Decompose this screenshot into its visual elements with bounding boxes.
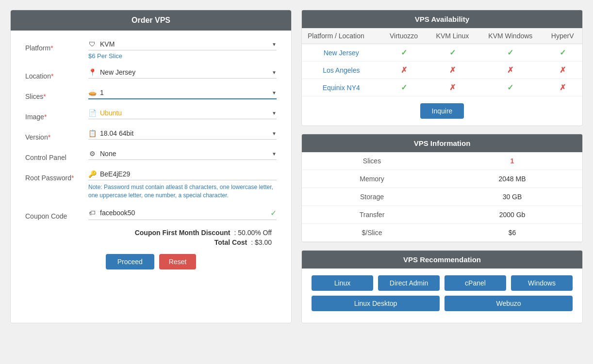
recommendation-header: VPS Recommendation bbox=[302, 251, 582, 269]
availability-cell: ✓ bbox=[381, 79, 427, 96]
availability-cell: ✗ bbox=[427, 62, 478, 79]
info-row: Memory2048 MB bbox=[302, 170, 582, 188]
info-row: Storage30 GB bbox=[302, 188, 582, 206]
reset-button[interactable]: Reset bbox=[159, 254, 197, 269]
rec-button[interactable]: Linux bbox=[312, 275, 373, 291]
availability-header: VPS Availability bbox=[302, 10, 582, 28]
platform-label: Platform* bbox=[25, 40, 88, 52]
rec-button[interactable]: Windows bbox=[511, 275, 573, 291]
availability-header-row: Platform / Location Virtuozzo KVM Linux … bbox=[302, 28, 582, 44]
inquire-button[interactable]: Inquire bbox=[420, 103, 464, 119]
discount-value: 50.00% Off bbox=[238, 229, 272, 237]
table-row: Los Angeles✗✗✗✗ bbox=[302, 62, 582, 79]
control-panel-label: Control Panel bbox=[25, 150, 88, 161]
platform-row: Platform* 🛡 KVM ▼ $6 Per Slice bbox=[25, 40, 277, 60]
total-line: Total Cost : $3.00 bbox=[25, 238, 272, 246]
form-buttons: Proceed Reset bbox=[25, 254, 277, 269]
coupon-row: Coupon Code 🏷 ✓ bbox=[25, 208, 277, 220]
info-body: Slices1Memory2048 MBStorage30 GBTransfer… bbox=[302, 152, 582, 242]
rec-row-1: LinuxDirect AdmincPanelWindows bbox=[312, 275, 573, 291]
check-icon: ✓ bbox=[401, 48, 407, 57]
location-row: Location* 📍 New Jersey Los Angeles Equin… bbox=[25, 68, 277, 80]
availability-cell: ✗ bbox=[478, 62, 543, 79]
chevron-down-icon: ▼ bbox=[272, 42, 277, 47]
total-value: $3.00 bbox=[255, 238, 272, 246]
slices-select[interactable]: 1 2 3 bbox=[100, 89, 270, 96]
availability-cell: ✓ bbox=[478, 79, 543, 96]
location-select[interactable]: New Jersey Los Angeles Equinix NY4 bbox=[100, 68, 270, 76]
chevron-down-icon: ▼ bbox=[272, 131, 277, 136]
discount-label: Coupon First Month Discount bbox=[135, 229, 231, 237]
main-layout: Order VPS Platform* 🛡 KVM ▼ $6 Per Slice bbox=[10, 10, 583, 323]
availability-cell: ✓ bbox=[381, 44, 427, 62]
coupon-input[interactable] bbox=[100, 209, 266, 217]
availability-cell: ✗ bbox=[381, 62, 427, 79]
control-panel-row: Control Panel ⚙ None Direct Admin cPanel… bbox=[25, 150, 277, 161]
root-password-row: Root Password* 🔑 Note: Password must con… bbox=[25, 170, 277, 200]
location-icon: 📍 bbox=[88, 68, 96, 76]
rec-button[interactable]: Direct Admin bbox=[378, 275, 440, 291]
recommendation-card: VPS Recommendation LinuxDirect AdmincPan… bbox=[301, 250, 583, 323]
pie-chart-icon: 🥧 bbox=[88, 89, 96, 96]
chevron-down-icon: ▼ bbox=[272, 151, 277, 157]
version-select[interactable]: 18.04 64bit bbox=[100, 129, 270, 137]
info-label: $/Slice bbox=[302, 224, 442, 242]
image-row: Image* 📄 Ubuntu ▼ bbox=[25, 109, 277, 121]
check-icon: ✓ bbox=[507, 83, 513, 92]
col-location: Platform / Location bbox=[302, 28, 381, 44]
info-label: Slices bbox=[302, 152, 442, 170]
rec-button[interactable]: Webuzo bbox=[445, 296, 573, 311]
slices-field: 🥧 1 2 3 ▼ bbox=[88, 89, 277, 99]
rec-button[interactable]: Linux Desktop bbox=[312, 296, 440, 311]
recommendation-body: LinuxDirect AdmincPanelWindows Linux Des… bbox=[302, 269, 582, 323]
version-label: Version* bbox=[25, 129, 88, 141]
availability-body: New Jersey✓✓✓✓Los Angeles✗✗✗✗Equinix NY4… bbox=[302, 44, 582, 96]
platform-select[interactable]: KVM bbox=[100, 40, 270, 48]
inquire-section: Inquire bbox=[302, 96, 582, 126]
col-virtuozzo: Virtuozzo bbox=[381, 28, 427, 44]
shield-icon: 🛡 bbox=[88, 40, 96, 48]
info-value: 1 bbox=[442, 152, 582, 170]
summary-section: Coupon First Month Discount : 50.00% Off… bbox=[25, 229, 277, 246]
info-row: $/Slice$6 bbox=[302, 224, 582, 242]
availability-cell: ✓ bbox=[478, 44, 543, 62]
total-label: Total Cost bbox=[214, 238, 247, 246]
file-icon: 📄 bbox=[88, 109, 96, 117]
form-body: Platform* 🛡 KVM ▼ $6 Per Slice Loca bbox=[11, 31, 291, 279]
order-vps-panel: Order VPS Platform* 🛡 KVM ▼ $6 Per Slice bbox=[10, 10, 292, 323]
cross-icon: ✗ bbox=[401, 66, 407, 74]
info-label: Memory bbox=[302, 170, 442, 188]
slices-label: Slices* bbox=[25, 89, 88, 100]
cross-icon: ✗ bbox=[449, 83, 456, 92]
file2-icon: 📋 bbox=[88, 129, 96, 137]
availability-cell: ✓ bbox=[543, 44, 582, 62]
rec-button[interactable]: cPanel bbox=[445, 275, 506, 291]
location-field: 📍 New Jersey Los Angeles Equinix NY4 ▼ bbox=[88, 68, 277, 79]
coupon-field: 🏷 ✓ bbox=[88, 208, 277, 220]
root-password-label: Root Password* bbox=[25, 170, 88, 182]
col-hyperv: HyperV bbox=[543, 28, 582, 44]
image-field: 📄 Ubuntu ▼ bbox=[88, 109, 277, 119]
proceed-button[interactable]: Proceed bbox=[106, 254, 154, 269]
info-value: $6 bbox=[442, 224, 582, 242]
col-kvm-windows: KVM Windows bbox=[478, 28, 543, 44]
availability-cell: ✗ bbox=[543, 79, 582, 96]
cross-icon: ✗ bbox=[560, 66, 566, 74]
chevron-down-icon: ▼ bbox=[272, 90, 277, 95]
order-vps-header: Order VPS bbox=[11, 10, 291, 31]
image-label: Image* bbox=[25, 109, 88, 121]
availability-cell: ✓ bbox=[427, 44, 478, 62]
control-panel-select[interactable]: None Direct Admin cPanel bbox=[100, 150, 270, 158]
table-row: New Jersey✓✓✓✓ bbox=[302, 44, 582, 62]
root-password-input[interactable] bbox=[100, 170, 277, 178]
info-value: 30 GB bbox=[442, 188, 582, 206]
availability-card: VPS Availability Platform / Location Vir… bbox=[301, 10, 583, 126]
availability-cell: ✗ bbox=[543, 62, 582, 79]
coupon-icon: 🏷 bbox=[88, 209, 96, 217]
image-select[interactable]: Ubuntu bbox=[100, 109, 270, 117]
key-icon: 🔑 bbox=[88, 170, 96, 178]
coupon-label: Coupon Code bbox=[25, 208, 88, 220]
check-icon: ✓ bbox=[507, 48, 513, 57]
version-field: 📋 18.04 64bit ▼ bbox=[88, 129, 277, 140]
cross-icon: ✗ bbox=[507, 66, 513, 74]
